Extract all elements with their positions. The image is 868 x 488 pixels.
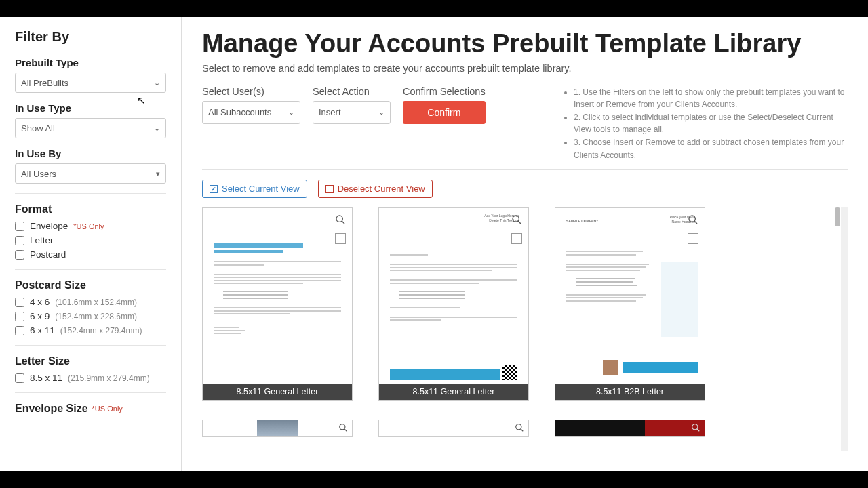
checkbox[interactable] <box>15 326 24 336</box>
format-option-postcard[interactable]: Postcard <box>15 249 166 260</box>
template-card[interactable]: SAMPLE COMPANY Place your creditName Hea… <box>555 207 705 401</box>
checkbox-checked-icon: ✔ <box>210 185 218 193</box>
in-use-type-label: In Use Type <box>15 102 166 114</box>
envelope-size-heading: Envelope Size <box>15 403 88 415</box>
checkbox[interactable] <box>15 250 24 260</box>
checkbox[interactable] <box>15 373 24 383</box>
confirm-button[interactable]: Confirm <box>403 101 486 124</box>
in-use-by-label: In Use By <box>15 148 166 159</box>
svg-line-11 <box>697 429 700 432</box>
template-card[interactable] <box>555 420 705 437</box>
sidebar-title: Filter By <box>15 29 166 45</box>
select-users-dropdown[interactable]: All Subaccounts ⌄ <box>202 101 300 124</box>
deselect-current-view-button[interactable]: Deselect Current View <box>318 180 433 198</box>
instruction-item: 2. Click to select individual templates … <box>574 111 848 136</box>
template-caption: 8.5x11 General Letter <box>379 384 528 400</box>
svg-line-7 <box>344 429 347 432</box>
letter-size-heading: Letter Size <box>15 355 166 367</box>
postcard-size-4x6[interactable]: 4 x 6 (101.6mm x 152.4mm) <box>15 297 166 307</box>
checkbox[interactable] <box>15 298 24 307</box>
magnify-icon[interactable] <box>333 212 348 227</box>
template-thumbnail: Add Your Logo Here orDelete This Textbox <box>379 208 528 400</box>
filter-sidebar: Filter By Prebuilt Type All PreBuilts ⌄ … <box>0 17 182 471</box>
checkbox-empty-icon <box>326 185 334 193</box>
svg-line-1 <box>342 221 344 224</box>
prebuilt-type-select[interactable]: All PreBuilts ⌄ <box>15 73 166 93</box>
select-action-label: Select Action <box>313 86 391 97</box>
magnify-icon[interactable] <box>691 423 701 435</box>
template-thumbnail <box>203 208 352 400</box>
chevron-down-icon: ⌄ <box>154 124 160 133</box>
magnify-icon[interactable] <box>338 423 348 435</box>
svg-point-4 <box>689 216 695 222</box>
letter-size-8_5x11[interactable]: 8.5 x 11 (215.9mm x 279.4mm) <box>15 373 166 383</box>
instruction-item: 3. Choose Insert or Remove to add or sub… <box>574 136 848 161</box>
magnify-icon[interactable] <box>686 212 701 227</box>
select-current-view-button[interactable]: ✔ Select Current View <box>202 180 307 198</box>
postcard-size-6x11[interactable]: 6 x 11 (152.4mm x 279.4mm) <box>15 325 166 336</box>
confirm-section-label: Confirm Selections <box>403 86 486 97</box>
page-title: Manage Your Accounts Prebuilt Template L… <box>202 29 848 59</box>
template-card[interactable] <box>202 420 353 437</box>
template-card[interactable]: Add Your Logo Here orDelete This Textbox… <box>378 207 529 401</box>
svg-point-8 <box>516 424 521 430</box>
select-template-checkbox[interactable] <box>335 233 346 244</box>
select-template-checkbox[interactable] <box>511 233 522 244</box>
page-subtitle: Select to remove and add templates to cr… <box>202 63 848 74</box>
format-option-letter[interactable]: Letter <box>15 235 166 245</box>
svg-point-2 <box>513 216 519 222</box>
select-action-dropdown[interactable]: Insert ⌄ <box>313 101 391 124</box>
template-thumbnail: SAMPLE COMPANY Place your creditName Hea… <box>555 208 705 400</box>
magnify-icon[interactable] <box>515 423 524 435</box>
svg-line-3 <box>518 221 521 224</box>
select-template-checkbox[interactable] <box>688 233 698 244</box>
postcard-size-6x9[interactable]: 6 x 9 (152.4mm x 228.6mm) <box>15 311 166 321</box>
format-heading: Format <box>15 203 166 216</box>
checkbox[interactable] <box>15 312 24 321</box>
scrollbar-thumb[interactable] <box>835 207 840 226</box>
checkbox[interactable] <box>15 222 24 231</box>
svg-point-6 <box>340 424 345 430</box>
checkbox[interactable] <box>15 236 24 245</box>
in-use-by-select[interactable]: All Users ▾ <box>15 163 166 184</box>
instructions-panel: 1. Use the Filters on the left to show o… <box>563 86 848 162</box>
svg-point-0 <box>336 216 342 222</box>
magnify-icon[interactable] <box>509 212 524 227</box>
svg-line-5 <box>694 221 697 224</box>
chevron-down-icon: ⌄ <box>154 79 160 87</box>
chevron-down-icon: ⌄ <box>378 108 384 117</box>
svg-point-10 <box>692 424 698 430</box>
postcard-size-heading: Postcard Size <box>15 279 166 291</box>
format-option-envelope[interactable]: Envelope *US Only <box>15 221 166 231</box>
chevron-down-icon: ▾ <box>156 169 160 178</box>
instruction-item: 1. Use the Filters on the left to show o… <box>574 86 848 111</box>
template-caption: 8.5x11 B2B Letter <box>555 384 705 400</box>
template-card[interactable] <box>378 420 529 437</box>
in-use-type-select[interactable]: Show All ⌄ <box>15 118 166 138</box>
prebuilt-type-label: Prebuilt Type <box>15 57 166 68</box>
chevron-down-icon: ⌄ <box>288 108 294 117</box>
template-card[interactable]: 8.5x11 General Letter <box>202 207 353 401</box>
svg-line-9 <box>521 429 524 432</box>
main-content: Manage Your Accounts Prebuilt Template L… <box>182 17 868 471</box>
select-users-label: Select User(s) <box>202 86 300 97</box>
template-caption: 8.5x11 General Letter <box>203 384 352 400</box>
